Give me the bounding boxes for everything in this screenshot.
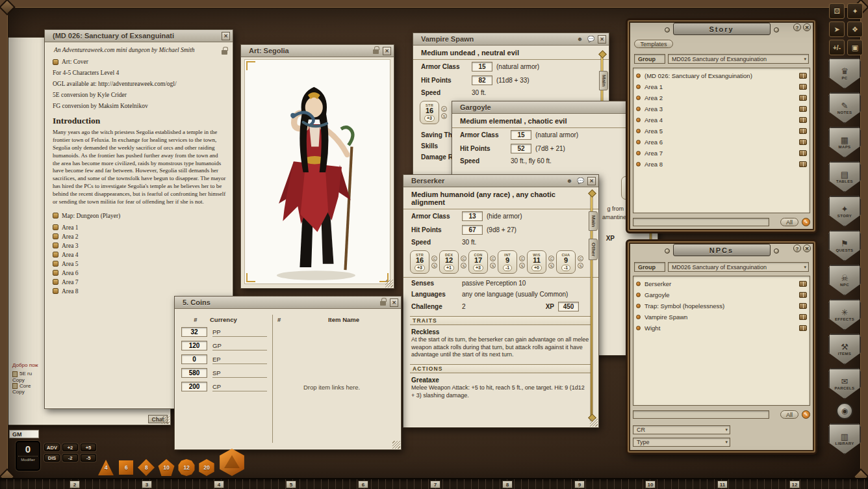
area-link[interactable]: Area 7 [53,279,226,285]
edit-pencil-icon[interactable]: ✎ [802,218,810,226]
hp-value[interactable]: 82 [472,75,492,85]
hotkey-slot[interactable]: 8 [502,481,513,488]
coin-amount[interactable]: 120 [181,341,207,350]
resize-grip[interactable] [590,419,598,427]
ability-badge-dex[interactable]: DEX12+1 [439,250,459,274]
cr-filter-dropdown[interactable]: CR ▾ [633,425,730,434]
all-button[interactable]: All [780,410,798,419]
map-link[interactable]: Map: Dungeon (Player) [53,213,226,219]
d10-die-icon[interactable]: 10 [158,459,175,476]
ability-badge-con[interactable]: CON17+3 [468,250,488,274]
templates-button[interactable]: Templates [634,40,673,48]
token-person-icon[interactable]: ☻ [565,178,574,185]
plus2-button[interactable]: +2 [62,443,78,451]
filter-field[interactable] [633,218,769,226]
speech-bubble-icon[interactable]: 💬 [576,178,585,185]
hotkey-slot[interactable]: 3 [142,481,152,488]
save-roll-button[interactable]: S [548,263,554,269]
group-dropdown[interactable]: MD026 Sanctuary of Exsanguination ▾ [668,54,809,64]
adv-button[interactable]: ADV [44,443,60,451]
speech-bubble-icon[interactable]: 💬 [587,36,595,43]
close-icon[interactable]: ✕ [803,23,811,31]
save-roll-button[interactable]: S [578,263,583,269]
all-button[interactable]: All [780,218,798,226]
coin-amount[interactable]: 200 [181,382,207,391]
sidebar-item-tables[interactable]: ▤Tables [828,161,861,192]
save-roll-button[interactable]: S [461,263,466,269]
coin-currency[interactable]: GP [212,342,267,350]
book-icon[interactable] [799,73,807,79]
vampire-titlebar[interactable]: Vampire Spawn ☻ 💬 ✕ [413,33,609,46]
resize-grip[interactable] [392,441,400,449]
save-roll-button[interactable]: S [490,263,496,269]
d8-die-icon[interactable]: 8 [138,459,155,476]
minus5-button[interactable]: -5 [81,454,96,462]
tab-other[interactable]: Other [589,239,598,260]
dice-icon[interactable]: ⚄ [829,3,845,19]
hotkey-slot[interactable]: 5 [286,481,296,488]
sidebar-item-quests[interactable]: ⚑Quests [828,230,861,261]
save-roll-button[interactable]: S [519,263,525,269]
art-cover-link[interactable]: Art: Cover [53,59,226,65]
story-list-item[interactable]: (MD 026: Sanctuary of Exsanguination) [636,70,807,81]
berserker-titlebar[interactable]: Berserker ☻ 💬 ✕ [403,175,598,187]
ac-value[interactable]: 13 [462,211,483,221]
hotkey-slot[interactable]: 6 [358,481,368,488]
area-link[interactable]: Area 2 [53,233,226,240]
edit-pencil-icon[interactable]: ✎ [802,410,810,419]
area-link[interactable]: Area 6 [53,270,226,276]
filter-field[interactable] [633,410,769,419]
check-roll-button[interactable]: C [519,256,525,261]
area-link[interactable]: Area 1 [53,224,226,231]
d12-die-icon[interactable]: 12 [178,459,195,476]
book-icon[interactable] [799,314,807,320]
book-icon[interactable] [799,106,807,112]
sidebar-item-pc[interactable]: ♛PC [828,58,861,89]
book-icon[interactable] [799,128,807,134]
help-icon[interactable]: ? [793,23,801,31]
coin-currency[interactable]: PP [212,328,267,337]
d20-die-icon[interactable]: 20 [198,459,215,476]
check-roll-button[interactable]: C [548,256,554,261]
close-icon[interactable]: ✕ [803,244,811,252]
lock-icon[interactable] [380,301,386,306]
check-roll-button[interactable]: C [490,256,496,261]
book-icon[interactable] [799,325,807,331]
speaker-identity-field[interactable]: GM [9,430,39,438]
npc-list-item[interactable]: Trap: Symbol (hopelessness) [636,300,807,311]
coin-currency[interactable]: CP [212,383,267,391]
ac-value[interactable]: 15 [511,130,531,140]
help-icon[interactable]: ? [793,244,801,252]
story-list-item[interactable]: Area 4 [636,114,807,126]
story-list-item[interactable]: Area 7 [636,148,807,159]
ability-badge-int[interactable]: INT9-1 [498,250,517,274]
hp-value[interactable]: 67 [462,225,483,235]
save-roll-button[interactable]: S [431,263,437,269]
d6-die-icon[interactable]: 6 [118,459,134,476]
art-titlebar[interactable]: Art: Segolia ✕ [241,45,394,57]
sidebar-item-npc[interactable]: ☠NPC [828,265,861,296]
plus5-button[interactable]: +5 [81,443,96,451]
hotkey-slot[interactable]: 12 [789,481,800,488]
sidebar-item-effects[interactable]: ✳Effects [828,299,861,330]
lock-icon[interactable] [373,49,379,54]
npc-list-item[interactable]: Vampire Spawn [636,311,807,323]
book-icon[interactable] [799,150,807,156]
close-icon[interactable]: ✕ [383,47,391,55]
minus2-button[interactable]: -2 [62,454,78,462]
story-browser-titlebar[interactable]: Story [673,23,771,35]
hotkey-slot[interactable]: 4 [214,481,224,488]
d4-die-icon[interactable]: 4 [97,459,114,476]
resize-grip[interactable] [385,280,393,287]
dice-tower-icon[interactable]: ▣ [847,40,863,55]
fancy-d20-die-icon[interactable] [218,449,246,476]
book-icon[interactable] [799,139,807,145]
coins-titlebar[interactable]: 5. Coins ✕ [175,297,401,309]
coin-currency[interactable]: EP [212,356,267,364]
type-filter-dropdown[interactable]: Type ▾ [633,438,730,447]
ability-badge-cha[interactable]: CHA9-1 [556,250,576,274]
sidebar-item-items[interactable]: ⚒Items [828,334,861,365]
story-list-item[interactable]: Area 2 [636,92,807,103]
area-link[interactable]: Area 8 [53,288,226,295]
story-list-item[interactable]: Area 5 [636,126,807,137]
